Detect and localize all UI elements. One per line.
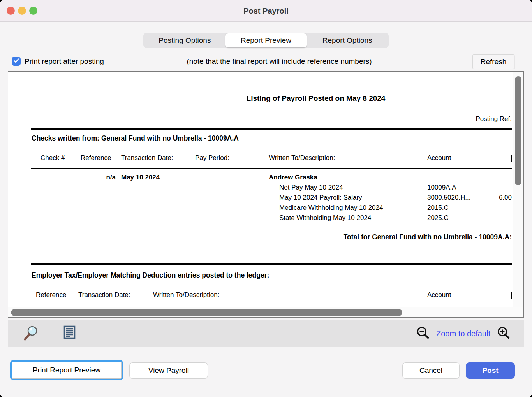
column-header-reference: Reference (81, 154, 111, 162)
post-button[interactable]: Post (466, 362, 515, 379)
line-account: 2025.C (427, 214, 449, 222)
line-description: Net Pay May 10 2024 (279, 184, 343, 191)
title-bar: Post Payroll (0, 0, 532, 22)
tab-report-preview[interactable]: Report Preview (225, 33, 307, 47)
column-header-account: Account (427, 154, 451, 162)
zoom-out-icon[interactable] (416, 326, 430, 341)
divider (31, 168, 512, 169)
print-report-checkbox-label: Print report after posting (25, 57, 104, 66)
column-header-transaction-date-2: Transaction Date: (78, 291, 130, 299)
tab-report-options[interactable]: Report Options (307, 33, 388, 47)
line-account: 2015.C (427, 204, 449, 212)
column-header-transaction-date: Transaction Date: (121, 154, 173, 162)
section1-heading: Checks written from: General Fund with n… (32, 134, 239, 142)
row-reference: n/a (78, 174, 116, 181)
divider (31, 263, 512, 265)
clipped-column-text (511, 155, 512, 162)
checkmark-icon (13, 58, 19, 65)
line-description: May 10 2024 Payroll: Salary (279, 194, 362, 202)
column-header-written-to-2: Written To/Description: (153, 291, 219, 299)
line-description: State Withholding May 10 2024 (279, 214, 371, 222)
reference-numbers-note: (note that the final report will include… (116, 57, 443, 66)
column-header-check: Check # (41, 154, 65, 162)
divider (31, 128, 512, 130)
tab-posting-options[interactable]: Posting Options (144, 33, 225, 47)
column-header-account-2: Account (427, 291, 451, 299)
report-document-icon[interactable] (63, 325, 76, 341)
section2-heading: Employer Tax/Employer Matching Deduction… (32, 271, 269, 279)
magnifier-tool-icon[interactable] (22, 325, 40, 344)
posting-ref-column-label: Posting Ref. (434, 115, 512, 123)
report-preview-pane: Listing of Payroll Posted on May 8 2024 … (8, 71, 524, 318)
divider (31, 228, 512, 228)
preview-toolbar: Zoom to default (8, 320, 524, 347)
print-report-preview-button[interactable]: Print Report Preview (12, 362, 122, 379)
vertical-scrollbar-thumb[interactable] (515, 76, 521, 185)
zoom-in-icon[interactable] (497, 326, 511, 341)
cancel-button[interactable]: Cancel (402, 362, 460, 379)
column-header-reference-2: Reference (36, 291, 66, 299)
tab-bar: Posting Options Report Preview Report Op… (143, 33, 389, 48)
zoom-to-default-link[interactable]: Zoom to default (436, 329, 490, 338)
refresh-button[interactable]: Refresh (472, 54, 514, 69)
line-amount: 6,00 (452, 194, 512, 202)
clipped-column-text (511, 292, 512, 299)
print-report-preview-focus-ring: Print Report Preview (10, 360, 123, 380)
column-header-written-to: Written To/Description: (269, 154, 335, 162)
column-header-pay-period: Pay Period: (195, 154, 229, 162)
line-account: 10009A.A (427, 184, 456, 191)
horizontal-scrollbar-thumb[interactable] (11, 309, 402, 316)
window-title: Post Payroll (0, 0, 532, 22)
row-payee-name: Andrew Graska (269, 174, 317, 181)
report-title: Listing of Payroll Posted on May 8 2024 (160, 94, 472, 103)
post-payroll-dialog: Post Payroll Posting Options Report Prev… (0, 0, 532, 397)
section1-total-label: Total for General Fund with no Umbrella … (239, 233, 512, 241)
view-payroll-button[interactable]: View Payroll (129, 362, 208, 379)
print-report-checkbox[interactable] (12, 57, 21, 66)
line-description: Medicare Withholding May 10 2024 (279, 204, 383, 212)
row-transaction-date: May 10 2024 (121, 174, 160, 181)
